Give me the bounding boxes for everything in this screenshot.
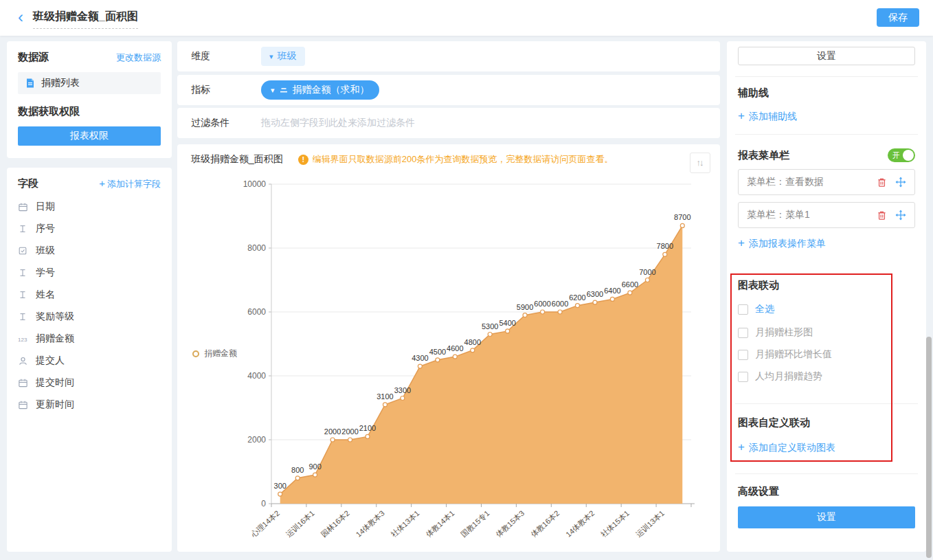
text-icon xyxy=(18,312,32,322)
field-item[interactable]: 奖励等级 xyxy=(18,311,161,322)
checkbox-icon[interactable] xyxy=(738,304,748,315)
add-custom-linkage-link[interactable]: +添加自定义联动图表 xyxy=(738,440,915,454)
menu-bar-item: 菜单栏：查看数据 xyxy=(738,169,915,195)
field-label: 姓名 xyxy=(36,289,55,301)
advanced-settings-button[interactable]: 设置 xyxy=(738,506,915,528)
svg-text:14体教本2: 14体教本2 xyxy=(564,509,596,539)
svg-text:2000: 2000 xyxy=(247,435,266,445)
svg-text:6000: 6000 xyxy=(534,300,550,308)
area-chart: 0200040006000800010000300800900200020002… xyxy=(183,176,715,549)
field-label: 序号 xyxy=(36,223,55,235)
field-item[interactable]: 班级 xyxy=(18,245,161,256)
field-label: 学号 xyxy=(36,267,55,279)
svg-text:10000: 10000 xyxy=(243,179,267,189)
menu-bar-toggle[interactable]: 开 xyxy=(888,148,915,162)
chart-settings-button[interactable]: 设置 xyxy=(738,47,915,65)
text-icon xyxy=(18,224,32,234)
svg-text:0: 0 xyxy=(261,499,266,508)
field-item[interactable]: 提交时间 xyxy=(18,377,161,388)
datasource-item[interactable]: 捐赠列表 xyxy=(18,72,161,94)
svg-text:6000: 6000 xyxy=(247,307,266,317)
datasource-panel: 数据源 更改数据源 捐赠列表 数据获取权限 报表权限 xyxy=(7,41,172,158)
linkage-option-row[interactable]: 月捐赠柱形图 xyxy=(738,326,915,339)
aux-line-title: 辅助线 xyxy=(738,87,915,100)
svg-text:7000: 7000 xyxy=(639,268,655,276)
svg-text:园林16本2: 园林16本2 xyxy=(319,509,351,539)
menu-bar-title: 报表菜单栏 xyxy=(738,149,789,162)
field-item[interactable]: 更新时间 xyxy=(18,399,161,410)
plus-icon: + xyxy=(738,109,745,122)
metric-label: 指标 xyxy=(191,84,261,96)
svg-text:800: 800 xyxy=(291,466,304,474)
save-button[interactable]: 保存 xyxy=(877,8,919,27)
chevron-down-icon: ▾ xyxy=(269,52,273,61)
report-permission-button[interactable]: 报表权限 xyxy=(18,126,161,146)
field-label: 提交人 xyxy=(36,355,65,367)
person-icon xyxy=(18,356,32,366)
filter-row[interactable]: 过滤条件 拖动左侧字段到此处来添加过滤条件 xyxy=(177,108,720,138)
svg-text:123: 123 xyxy=(18,337,27,343)
move-icon[interactable] xyxy=(895,177,906,188)
dimension-label: 维度 xyxy=(191,50,261,63)
field-item[interactable]: 序号 xyxy=(18,223,161,234)
add-report-menu-link[interactable]: +添加报表操作菜单 xyxy=(738,236,915,250)
chevron-down-icon: ▾ xyxy=(271,86,275,95)
filter-label: 过滤条件 xyxy=(191,117,261,129)
svg-text:体教15本3: 体教15本3 xyxy=(493,509,526,539)
svg-text:900: 900 xyxy=(308,462,321,471)
linkage-option-label: 人均月捐赠趋势 xyxy=(755,370,822,383)
warning-text: 编辑界面只取数据源前200条作为查询数据预览，完整数据请访问页面查看。 xyxy=(313,153,614,166)
field-label: 捐赠金额 xyxy=(36,333,74,345)
divider xyxy=(735,403,918,404)
custom-linkage-title: 图表自定义联动 xyxy=(738,416,915,429)
checkbox-icon[interactable] xyxy=(738,372,748,382)
menu-item-label: 菜单栏：菜单1 xyxy=(747,209,868,221)
back-icon[interactable]: ‹ xyxy=(18,8,23,27)
divider xyxy=(735,76,918,77)
linkage-options: 月捐赠柱形图月捐赠环比增长值人均月捐赠趋势 xyxy=(738,326,915,383)
chart-card: 班级捐赠金额_面积图 ! 编辑界面只取数据源前200条作为查询数据预览，完整数据… xyxy=(177,144,720,552)
dimension-tag[interactable]: ▾ 班级 xyxy=(261,47,305,66)
calendar-icon xyxy=(18,202,32,212)
divider xyxy=(735,134,918,135)
svg-text:300: 300 xyxy=(274,482,286,490)
svg-text:3100: 3100 xyxy=(376,392,393,401)
field-label: 更新时间 xyxy=(36,399,74,411)
field-item[interactable]: 123捐赠金额 xyxy=(18,333,161,344)
svg-text:3300: 3300 xyxy=(394,386,411,394)
linkage-title: 图表联动 xyxy=(738,279,915,292)
field-label: 日期 xyxy=(36,201,55,213)
svg-text:4600: 4600 xyxy=(447,344,463,352)
svg-text:4300: 4300 xyxy=(412,354,428,362)
field-item[interactable]: 日期 xyxy=(18,201,161,212)
linkage-option-row[interactable]: 月捐赠环比增长值 xyxy=(738,348,915,361)
page-title[interactable]: 班级捐赠金额_面积图 xyxy=(33,10,138,29)
menu-item-label: 菜单栏：查看数据 xyxy=(747,176,868,188)
field-label: 奖励等级 xyxy=(36,311,74,323)
select-icon xyxy=(18,246,32,256)
scrollbar[interactable] xyxy=(926,337,932,558)
field-item[interactable]: 姓名 xyxy=(18,289,161,300)
add-calc-field-link[interactable]: +添加计算字段 xyxy=(99,177,161,190)
plus-icon: + xyxy=(738,440,745,453)
plus-icon: + xyxy=(99,177,105,189)
select-all-label[interactable]: 全选 xyxy=(755,303,774,315)
add-aux-line-link[interactable]: +添加辅助线 xyxy=(738,109,915,123)
svg-text:4800: 4800 xyxy=(464,338,481,346)
linkage-option-row[interactable]: 人均月捐赠趋势 xyxy=(738,370,915,383)
svg-text:6000: 6000 xyxy=(552,300,568,308)
change-datasource-link[interactable]: 更改数据源 xyxy=(116,52,161,64)
checkbox-icon[interactable] xyxy=(738,328,748,338)
trash-icon[interactable] xyxy=(877,210,887,221)
sort-icon[interactable]: ↑↓ xyxy=(690,153,710,173)
checkbox-icon[interactable] xyxy=(738,350,748,360)
svg-text:6400: 6400 xyxy=(604,287,620,295)
field-item[interactable]: 学号 xyxy=(18,267,161,278)
field-item[interactable]: 提交人 xyxy=(18,355,161,366)
svg-text:运训13本1: 运训13本1 xyxy=(634,509,666,539)
select-all-row[interactable]: 全选 xyxy=(738,303,915,315)
trash-icon[interactable] xyxy=(877,177,887,188)
move-icon[interactable] xyxy=(895,210,906,221)
metric-tag[interactable]: ▾ 捐赠金额（求和） xyxy=(261,80,379,100)
toggle-on-label: 开 xyxy=(892,150,900,160)
